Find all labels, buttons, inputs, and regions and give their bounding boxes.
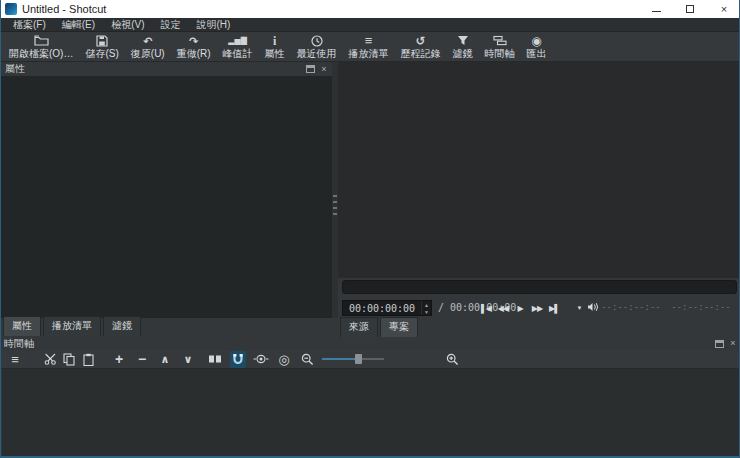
spin-down-icon[interactable]: ▼	[422, 308, 431, 315]
maximize-icon	[686, 5, 694, 13]
selected-duration-field: --:--:--:--	[601, 302, 661, 312]
history-icon: ↺	[416, 34, 426, 48]
append-button[interactable]: +	[111, 351, 127, 368]
ripple-toggle[interactable]: ◎	[276, 351, 292, 368]
float-panel-icon[interactable]	[306, 65, 315, 73]
tab-properties[interactable]: 屬性	[3, 316, 41, 336]
open-folder-icon	[34, 34, 49, 48]
maximize-button[interactable]	[673, 0, 707, 18]
spin-up-icon[interactable]: ▲	[422, 301, 431, 308]
close-button[interactable]: ×	[707, 0, 740, 18]
player-seek-bar[interactable]	[342, 280, 737, 294]
ripple-rings-icon: ◎	[278, 352, 289, 367]
tab-playlist[interactable]: 播放清單	[43, 316, 101, 336]
properties-panel-header: 屬性 ×	[1, 62, 332, 76]
timeline-tracks-area[interactable]	[2, 369, 740, 456]
menu-settings[interactable]: 設定	[152, 18, 188, 32]
redo-icon: ↷	[189, 34, 198, 48]
video-preview-area	[338, 62, 740, 278]
paste-button[interactable]	[80, 351, 96, 368]
scrub-while-dragging-toggle[interactable]	[253, 351, 269, 368]
zoom-in-icon	[446, 353, 459, 366]
skip-to-start-button[interactable]: ▌◀	[478, 301, 494, 315]
export-button[interactable]: ◉ 匯出	[521, 32, 553, 61]
ripple-delete-button[interactable]: −	[134, 351, 150, 368]
recent-button[interactable]: 最近使用	[291, 32, 343, 61]
export-icon: ◉	[531, 34, 541, 48]
in-point-field: --:--:--:--	[671, 302, 731, 312]
cut-button[interactable]	[42, 351, 58, 368]
skip-start-icon: ▌◀	[481, 304, 491, 313]
minimize-icon	[652, 11, 661, 12]
rewind-button[interactable]: ◀◀	[495, 301, 511, 315]
open-file-button[interactable]: 開啟檔案(O)…	[3, 32, 79, 61]
filters-button[interactable]: 濾鏡	[447, 32, 479, 61]
shotcut-window: Untitled - Shotcut × 檔案(F) 編輯(E) 檢視(V) 設…	[0, 0, 740, 458]
float-timeline-icon[interactable]	[715, 340, 724, 348]
current-position[interactable]: 00:00:00:00	[343, 303, 421, 314]
timeline-menu-button[interactable]: ≡	[7, 351, 23, 368]
split-icon	[208, 354, 222, 364]
filters-funnel-icon	[457, 34, 469, 48]
overwrite-button[interactable]: ∨	[180, 351, 196, 368]
play-button[interactable]: ▶	[512, 301, 528, 315]
menu-help[interactable]: 說明(H)	[188, 18, 238, 32]
properties-panel-content	[1, 76, 332, 318]
copy-button[interactable]	[61, 351, 77, 368]
window-controls: ×	[639, 0, 740, 18]
chevron-down-tool-icon: ∨	[184, 353, 193, 366]
peak-meter-button[interactable]: ▂▅▇ 峰值計	[217, 32, 259, 61]
magnet-icon	[232, 353, 244, 366]
fast-forward-button[interactable]: ▶▶	[529, 301, 545, 315]
close-panel-icon[interactable]: ×	[319, 65, 329, 74]
menu-bar: 檔案(F) 編輯(E) 檢視(V) 設定 說明(H)	[1, 18, 740, 32]
fast-forward-icon: ▶▶	[532, 304, 542, 313]
playlist-button[interactable]: ≡ 播放清單	[343, 32, 395, 61]
zoom-slider-handle[interactable]	[355, 354, 362, 364]
copy-icon	[63, 353, 75, 366]
splitter-grip	[333, 195, 337, 219]
zoom-out-button[interactable]	[299, 351, 315, 368]
timecode-spinbox[interactable]: 00:00:00:00 ▲ ▼	[342, 300, 432, 316]
properties-panel-title: 屬性	[5, 62, 25, 76]
skip-to-end-button[interactable]: ▶▌	[546, 301, 562, 315]
timeline-toolbar: ≡ + − ∧ ∨	[1, 350, 740, 369]
menu-file[interactable]: 檔案(F)	[5, 18, 54, 32]
timeline-panel-title: 時間軸	[4, 337, 34, 351]
paste-icon	[83, 353, 94, 366]
menu-edit[interactable]: 編輯(E)	[54, 18, 103, 32]
minimize-button[interactable]	[639, 0, 673, 18]
lift-button[interactable]: ∧	[157, 351, 173, 368]
split-button[interactable]	[207, 351, 223, 368]
menu-view[interactable]: 檢視(V)	[103, 18, 152, 32]
skip-end-icon: ▶▌	[549, 304, 559, 313]
close-timeline-icon[interactable]: ×	[728, 339, 738, 348]
chevron-up-icon: ∧	[161, 353, 170, 366]
peak-meter-icon: ▂▅▇	[228, 34, 246, 48]
tab-project[interactable]: 專案	[380, 317, 418, 337]
main-toolbar: 開啟檔案(O)… 儲存(S) ↶ 復原(U) ↷ 重做(R) ▂▅▇ 峰值計 i…	[1, 32, 740, 62]
snapping-toggle[interactable]	[230, 351, 246, 368]
tab-source[interactable]: 來源	[340, 317, 378, 337]
recent-clock-icon	[311, 34, 323, 48]
speaker-icon	[587, 302, 599, 314]
zoom-in-button[interactable]	[444, 351, 460, 368]
app-icon	[5, 3, 17, 15]
timeline-zoom-slider[interactable]	[322, 354, 384, 364]
player-transport-bar: 00:00:00:00 ▲ ▼ / 00:00:00:00 ▌◀ ◀◀ ▶ ▶▶…	[338, 298, 740, 318]
volume-button[interactable]	[585, 301, 601, 315]
timecode-spinner: ▲ ▼	[421, 301, 431, 315]
redo-button[interactable]: ↷ 重做(R)	[171, 32, 217, 61]
rewind-icon: ◀◀	[498, 304, 508, 313]
title-bar: Untitled - Shotcut ×	[1, 0, 740, 18]
properties-button[interactable]: i 屬性	[259, 32, 291, 61]
tab-filters[interactable]: 濾鏡	[103, 316, 141, 336]
zoom-out-icon	[301, 353, 314, 366]
save-button[interactable]: 儲存(S)	[79, 32, 124, 61]
timeline-button[interactable]: 時間軸	[479, 32, 521, 61]
timeline-icon	[493, 34, 507, 48]
undo-button[interactable]: ↶ 復原(U)	[125, 32, 171, 61]
history-button[interactable]: ↺ 歷程記錄	[395, 32, 447, 61]
zoom-slider-track-filled	[322, 358, 358, 360]
play-icon: ▶	[517, 304, 522, 313]
